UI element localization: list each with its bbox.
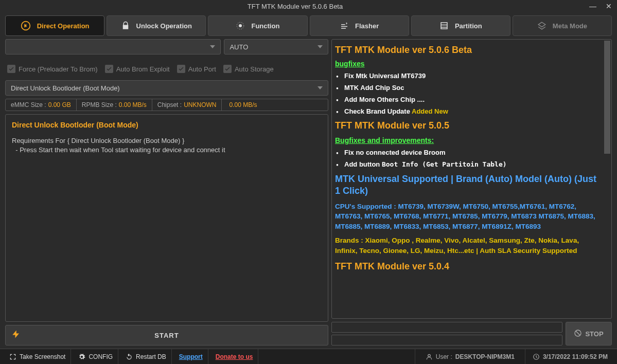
tab-label: Partition [455, 22, 482, 30]
tab-label: Direct Operation [37, 22, 90, 30]
log-panel: Direct Unlock Bootloder (Boot Mode) Requ… [5, 114, 328, 322]
checkbox-autobrom[interactable]: Auto Brom Exploit [105, 65, 170, 73]
check-icon [7, 65, 15, 73]
config-button[interactable]: CONFIG [73, 349, 118, 364]
operation-select[interactable]: Direct Unlock Bootloder (Boot Mode) [5, 80, 328, 96]
check-label: Auto Brom Exploit [116, 65, 170, 73]
tab-meta-mode[interactable]: Meta Mode [513, 15, 612, 36]
screenshot-icon [9, 353, 16, 360]
titlebar: TFT MTK Module ver 5.0.6 Beta — ✕ [0, 0, 617, 12]
svg-point-8 [428, 354, 430, 357]
scrollbar-thumb[interactable] [604, 41, 610, 154]
clock-icon [533, 353, 540, 360]
changelog-heading: MTK Universal Supported | Brand (Auto) M… [335, 173, 597, 197]
log-line: Requirements For { Direct Unlock Bootlod… [12, 136, 322, 145]
stat-emmc: eMMC Size : 0.00 GB [6, 99, 77, 111]
svg-point-1 [239, 24, 242, 27]
gear-icon [78, 353, 85, 360]
checkbox-force[interactable]: Force (Preloader To Brom) [7, 65, 98, 73]
changelog-heading: TFT MTK Module ver 5.0.6 Beta [335, 45, 597, 56]
main-tabs: Direct Operation Unlock Operation Functi… [0, 12, 617, 39]
changelog-subheading: Bugfixes and improvements: [335, 136, 597, 144]
stop-button[interactable]: STOP [566, 322, 612, 345]
check-icon [177, 65, 185, 73]
check-icon [105, 65, 113, 73]
check-label: Auto Port [188, 65, 216, 73]
donate-link[interactable]: Donate to us [210, 349, 259, 364]
stop-label: STOP [585, 330, 603, 338]
tab-unlock-operation[interactable]: Unlock Operation [107, 15, 206, 36]
progress-bar-1 [331, 322, 562, 333]
checkbox-autoport[interactable]: Auto Port [177, 65, 216, 73]
checkbox-autostorage[interactable]: Auto Storage [223, 65, 274, 73]
tab-label: Meta Mode [553, 22, 587, 30]
direct-icon [21, 21, 31, 31]
mode-select[interactable]: AUTO [224, 39, 328, 54]
check-label: Force (Preloader To Brom) [19, 65, 98, 73]
changelog-heading: TFT MTK Module ver 5.0.4 [335, 261, 597, 272]
mode-select-value: AUTO [230, 43, 248, 51]
close-button[interactable]: ✕ [604, 2, 614, 10]
footer-user: User : DESKTOP-NIPM3M1 [415, 349, 525, 364]
tab-direct-operation[interactable]: Direct Operation [5, 15, 104, 36]
restart-icon [126, 353, 133, 360]
progress-bar-2 [331, 335, 562, 345]
check-label: Auto Storage [235, 65, 274, 73]
changelog-item: Add More Others Chip .... [344, 96, 597, 103]
changelog-item: MTK Add Chip Soc [344, 84, 597, 92]
changelog-item: Check Brand Update Added New [344, 107, 597, 115]
stop-icon [574, 329, 582, 339]
log-title: Direct Unlock Bootloder (Boot Mode) [12, 121, 322, 129]
changelog-subheading: bugfixes [335, 60, 597, 68]
function-icon [236, 21, 245, 30]
changelog-item: Fix no connected device Broom [344, 149, 597, 156]
progress-stack [331, 322, 562, 345]
tab-label: Flasher [355, 22, 379, 30]
user-icon [426, 353, 433, 360]
stat-chipset: Chipset : UNKNOWN [152, 99, 222, 111]
changelog-heading: TFT MTK Module ver 5.0.5 [335, 120, 597, 131]
bolt-icon [6, 330, 26, 341]
changelog-supported: CPU's Supported : MT6739, MT6739W, MT675… [335, 202, 597, 232]
tab-label: Unlock Operation [136, 22, 192, 30]
partition-icon [439, 21, 449, 30]
footer-datetime: 3/17/2022 11:09:52 PM [527, 353, 613, 360]
changelog-panel: TFT MTK Module ver 5.0.6 Beta bugfixes F… [331, 39, 612, 319]
log-line: - Press Start then wait when Tool start … [12, 145, 322, 155]
tab-function[interactable]: Function [208, 15, 307, 36]
stat-speed: 0.00 MB/s [222, 99, 262, 111]
tab-flasher[interactable]: Flasher [310, 15, 409, 36]
changelog-item: Add button Boot Info (Get Partitoin Tabl… [344, 160, 597, 168]
start-button[interactable]: START [5, 325, 328, 345]
check-icon [223, 65, 232, 73]
support-link[interactable]: Support [174, 349, 208, 364]
svg-line-7 [576, 331, 580, 335]
start-label: START [26, 332, 328, 339]
window-title: TFT MTK Module ver 5.0.6 Beta [3, 3, 587, 10]
restart-db-button[interactable]: Restart DB [120, 349, 172, 364]
tab-label: Function [251, 22, 279, 30]
flasher-icon [340, 21, 349, 30]
changelog-item: Fix Mtk Universal MT6739 [344, 72, 597, 80]
minimize-button[interactable]: — [587, 2, 598, 10]
svg-rect-3 [441, 23, 447, 29]
meta-icon [537, 21, 547, 30]
changelog-brands: Brands : Xiaomi, Oppo , Realme, Vivo, Al… [335, 235, 597, 256]
tab-partition[interactable]: Partition [411, 15, 510, 36]
footer: Take Screenshot CONFIG Restart DB Suppor… [0, 349, 617, 364]
operation-select-value: Direct Unlock Bootloder (Boot Mode) [11, 84, 120, 92]
options-row: Force (Preloader To Brom) Auto Brom Expl… [5, 58, 328, 77]
lock-icon [121, 21, 130, 30]
status-bar: eMMC Size : 0.00 GB RPMB Size : 0.00 MB/… [5, 99, 328, 111]
device-select[interactable] [5, 39, 221, 54]
stat-rpmb: RPMB Size : 0.00 MB/s [77, 99, 152, 111]
screenshot-button[interactable]: Take Screenshot [4, 349, 71, 364]
